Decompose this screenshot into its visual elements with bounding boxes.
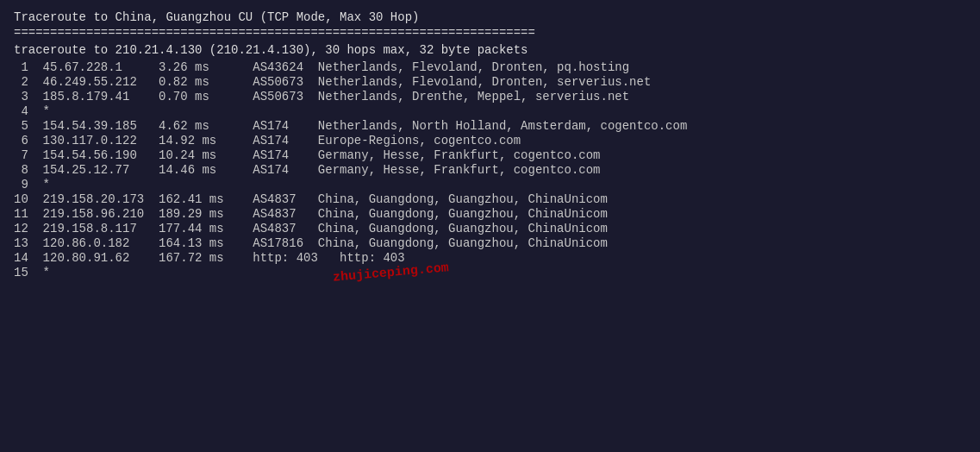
table-row: 11 219.158.96.210 189.29 ms AS4837 China… — [14, 207, 966, 221]
table-row: 3 185.8.179.41 0.70 ms AS50673 Netherlan… — [14, 90, 966, 104]
table-row: 6 130.117.0.122 14.92 ms AS174 Europe-Re… — [14, 134, 966, 148]
header-text: traceroute to 210.21.4.130 (210.21.4.130… — [14, 43, 528, 57]
title-text: Traceroute to China, Guangzhou CU (TCP M… — [14, 10, 419, 24]
table-row: 15 * — [14, 266, 966, 279]
header-line: traceroute to 210.21.4.130 (210.21.4.130… — [14, 43, 966, 57]
table-row: 4 * — [14, 104, 966, 118]
table-row: 2 46.249.55.212 0.82 ms AS50673 Netherla… — [14, 75, 966, 89]
table-row: 8 154.25.12.77 14.46 ms AS174 Germany, H… — [14, 163, 966, 177]
separator-line: ========================================… — [14, 26, 966, 40]
separator-text: ========================================… — [14, 26, 535, 40]
trace-rows-container: zhujiceping.com 1 45.67.228.1 3.26 ms AS… — [14, 60, 966, 279]
title-line: Traceroute to China, Guangzhou CU (TCP M… — [14, 10, 966, 24]
table-row: 13 120.86.0.182 164.13 ms AS17816 China,… — [14, 236, 966, 250]
table-row: 7 154.54.56.190 10.24 ms AS174 Germany, … — [14, 148, 966, 162]
table-row: 10 219.158.20.173 162.41 ms AS4837 China… — [14, 192, 966, 206]
table-row: 1 45.67.228.1 3.26 ms AS43624 Netherland… — [14, 60, 966, 74]
table-row: 14 120.80.91.62 167.72 ms http: 403 http… — [14, 251, 966, 265]
table-row: 9 * — [14, 178, 966, 191]
table-row: 5 154.54.39.185 4.62 ms AS174 Netherland… — [14, 119, 966, 133]
table-row: 12 219.158.8.117 177.44 ms AS4837 China,… — [14, 222, 966, 235]
terminal-window: Traceroute to China, Guangzhou CU (TCP M… — [14, 10, 966, 442]
